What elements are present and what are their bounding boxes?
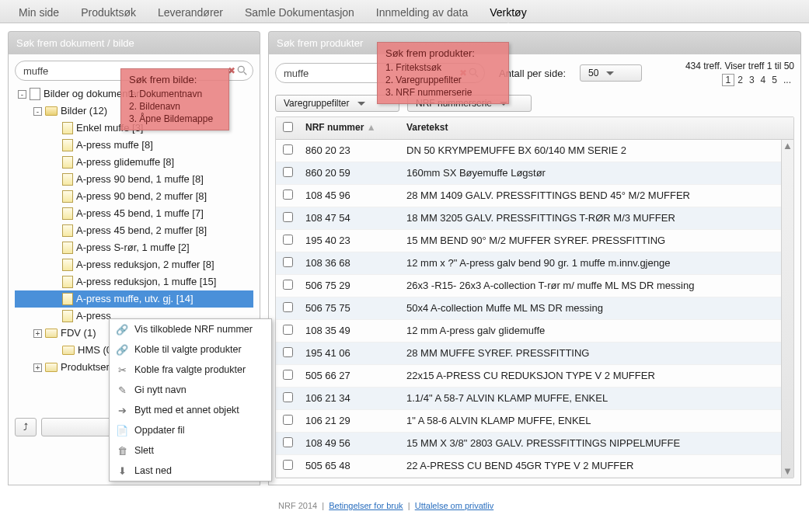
row-varetekst: 160mm SX Bøyemuffe Løgstør <box>400 162 793 184</box>
tree-node[interactable]: A-press S-rør, 1 muffe [2] <box>15 239 253 256</box>
product-controls-row: ✖ Antall per side: 50 434 treff. Viser t… <box>275 61 794 85</box>
tree-node[interactable]: A-press muffe [8] <box>15 137 253 154</box>
row-nrf: 506 75 75 <box>299 297 400 319</box>
table-row[interactable]: 106 21 341.1/4" A 58-7 ALVIN KLAMP MUFFE… <box>276 388 793 410</box>
row-checkbox[interactable] <box>283 257 293 267</box>
select-all-checkbox[interactable] <box>283 122 293 132</box>
table-row[interactable]: 108 49 5615 MM X 3/8" 2803 GALV. PRESSFI… <box>276 433 793 455</box>
footer-privacy-link[interactable]: Uttalelse om privatliv <box>415 501 493 510</box>
footer-terms-link[interactable]: Betingelser for bruk <box>329 501 403 510</box>
row-checkbox[interactable] <box>283 212 293 222</box>
nav-tab-produktsøk[interactable]: Produktsøk <box>70 2 147 23</box>
tree-node[interactable]: A-press reduksjon, 2 muffer [8] <box>15 256 253 273</box>
row-checkbox-cell <box>276 455 299 477</box>
tree-node[interactable]: A-press 90 bend, 1 muffe [8] <box>15 171 253 188</box>
table-row[interactable]: 195 40 2315 MM BEND 90° M/2 MUFFER SYREF… <box>276 230 793 252</box>
row-checkbox[interactable] <box>283 167 293 177</box>
tree-node[interactable]: A-press glidemuffe [8] <box>15 154 253 171</box>
tree-node[interactable]: A-press reduksjon, 1 muffe [15] <box>15 273 253 290</box>
page-number[interactable]: 1 <box>722 74 735 86</box>
row-checkbox[interactable] <box>283 190 293 200</box>
table-row[interactable]: 506 75 2926x3 -R15- 26x3 A-collection T-… <box>276 275 793 297</box>
table-row[interactable]: 505 65 4822 A-PRESS CU BEND 45GR TYPE V … <box>276 455 793 478</box>
row-checkbox-cell <box>276 252 299 274</box>
row-varetekst: DN 50 KRYMPEMUFFE BX 60/140 MM SERIE 2 <box>400 140 793 162</box>
table-row[interactable]: 108 47 5418 MM 3205 GALV. PRESSFITTINGS … <box>276 207 793 230</box>
upload-icon-button[interactable]: ⤴ <box>15 418 37 436</box>
context-menu-item[interactable]: 📄Oppdater fil <box>110 420 271 440</box>
table-row[interactable]: 506 75 7550x4 A-collection Muffe ML MS D… <box>276 297 793 320</box>
table-row[interactable]: 106 21 291" A 58-6 ALVIN KLAMP MUFFE, EN… <box>276 410 793 433</box>
table-row[interactable]: 195 41 0628 MM MUFFE SYREF. PRESSFITTING <box>276 342 793 365</box>
page-number[interactable]: ... <box>780 75 794 85</box>
table-row[interactable]: 108 45 9628 MM 1409 GALV. PRESSFITTINGS … <box>276 185 793 207</box>
table-row[interactable]: 505 66 2722x15 A-PRESS CU REDUKSJON TYPE… <box>276 365 793 388</box>
varetekst-column-header[interactable]: Varetekst <box>400 117 793 139</box>
tree-toggle-icon[interactable]: - <box>18 90 26 99</box>
page-number[interactable]: 5 <box>769 75 780 85</box>
tree-toggle-icon[interactable]: + <box>33 363 42 372</box>
context-menu-item[interactable]: ➔Bytt med et annet objekt <box>110 400 271 420</box>
document-icon <box>62 156 73 169</box>
row-checkbox-cell <box>276 297 299 319</box>
row-checkbox[interactable] <box>283 347 293 357</box>
row-checkbox[interactable] <box>283 325 293 335</box>
row-checkbox[interactable] <box>283 460 293 470</box>
context-menu-item[interactable]: 🔗Koble til valgte produkter <box>110 339 271 360</box>
row-varetekst: 15 MM BEND 90° M/2 MUFFER SYREF. PRESSFI… <box>400 230 793 252</box>
page-number[interactable]: 4 <box>758 75 769 85</box>
row-checkbox[interactable] <box>283 235 293 245</box>
table-row[interactable]: 108 36 6812 mm x ?" A-press galv bend 90… <box>276 252 793 275</box>
tree-node[interactable]: A-press 45 bend, 2 muffer [8] <box>15 222 253 239</box>
right-panel: Søk frem produkter ✖ Antall per side: 50… <box>268 31 801 485</box>
context-menu-label: Oppdater fil <box>134 425 185 436</box>
nav-tab-verktøy[interactable]: Verktøy <box>479 2 537 23</box>
row-checkbox[interactable] <box>283 437 293 447</box>
context-menu-icon: ⬇ <box>116 464 128 477</box>
context-menu-item[interactable]: ⬇Last ned <box>110 461 271 481</box>
context-menu-icon: 🗑 <box>116 444 128 457</box>
tree-node[interactable]: A-press muffe, utv. gj. [14] <box>15 290 253 308</box>
context-menu-label: Vis tilkoblede NRF nummer <box>134 324 253 335</box>
row-nrf: 860 20 59 <box>299 162 400 184</box>
row-checkbox[interactable] <box>283 280 293 290</box>
folder-icon <box>45 363 58 372</box>
page-footer: NRF 2014 | Betingelser for bruk | Uttale… <box>0 493 809 510</box>
context-menu-item[interactable]: ✂Koble fra valgte produkter <box>110 360 271 380</box>
row-checkbox-cell <box>276 185 299 207</box>
tree-node[interactable]: A-press 90 bend, 2 muffer [8] <box>15 188 253 205</box>
table-scrollbar[interactable]: ▲▼ <box>781 140 793 478</box>
row-checkbox[interactable] <box>283 302 293 312</box>
table-row[interactable]: 860 20 59160mm SX Bøyemuffe Løgstør <box>276 162 793 185</box>
context-menu-item[interactable]: ✎Gi nytt navn <box>110 380 271 400</box>
row-checkbox[interactable] <box>283 144 293 155</box>
tree-toggle-icon[interactable]: - <box>33 107 42 116</box>
row-checkbox-cell <box>276 388 299 409</box>
row-checkbox[interactable] <box>283 370 293 380</box>
nrf-column-header[interactable]: NRF nummer ▲ <box>299 117 400 139</box>
tree-toggle-icon[interactable]: + <box>33 329 42 338</box>
nav-tab-samle-dokumentasjon[interactable]: Samle Dokumentasjon <box>234 2 365 23</box>
row-checkbox[interactable] <box>283 392 293 402</box>
row-varetekst: 1" A 58-6 ALVIN KLAMP MUFFE, ENKEL <box>400 410 793 432</box>
context-menu-label: Slett <box>134 445 154 456</box>
nav-tab-min-side[interactable]: Min side <box>8 2 70 23</box>
document-icon <box>62 224 73 237</box>
page-number[interactable]: 2 <box>734 75 746 85</box>
context-menu-item[interactable]: 🔗Vis tilkoblede NRF nummer <box>110 319 271 339</box>
context-menu-item[interactable]: 🗑Slett <box>110 440 271 461</box>
nav-tab-innmelding-av-data[interactable]: Innmelding av data <box>365 2 479 23</box>
tree-node-label: A-press 45 bend, 1 muffe [7] <box>76 205 204 222</box>
context-menu-label: Koble til valgte produkter <box>134 344 242 355</box>
sort-asc-icon: ▲ <box>367 122 376 133</box>
tree-node-label: A-press muffe, utv. gj. [14] <box>76 290 194 308</box>
tree-node-label: A-press reduksjon, 1 muffe [15] <box>76 273 216 290</box>
nav-tab-leverandører[interactable]: Leverandører <box>147 2 234 23</box>
tree-node[interactable]: A-press 45 bend, 1 muffe [7] <box>15 205 253 222</box>
page-number[interactable]: 3 <box>746 75 758 85</box>
per-page-select[interactable]: 50 <box>580 64 642 82</box>
table-row[interactable]: 108 35 4912 mm A-press galv glidemuffe <box>276 320 793 342</box>
result-summary: 434 treff. Viser treff 1 til 50 <box>685 61 794 71</box>
row-checkbox[interactable] <box>283 415 293 425</box>
table-row[interactable]: 860 20 23DN 50 KRYMPEMUFFE BX 60/140 MM … <box>276 140 793 162</box>
